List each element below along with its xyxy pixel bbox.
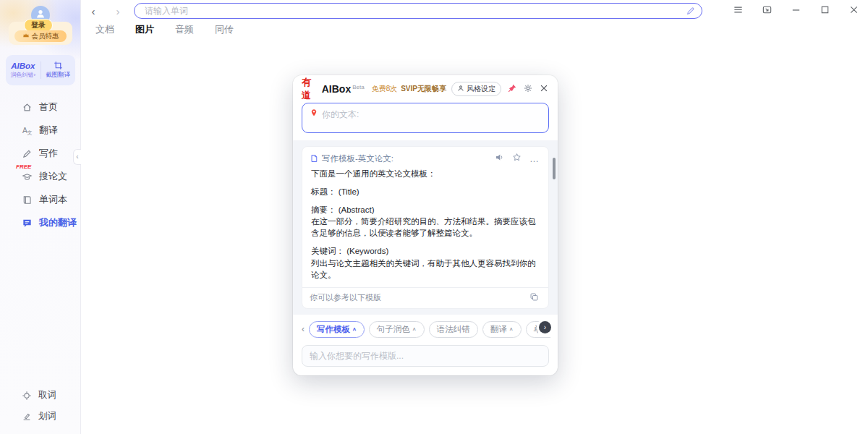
beta-badge: Beta	[352, 84, 364, 90]
chevron-up-icon: ∧	[412, 327, 417, 332]
app-menu-button[interactable]	[731, 3, 745, 19]
minimize-icon	[791, 4, 801, 17]
sidebar-item-label: 首页	[39, 101, 58, 114]
vip-offer-button[interactable]: 会员特惠	[14, 30, 67, 42]
chat-doc-icon	[22, 218, 33, 229]
tab-audio[interactable]: 音频	[175, 23, 194, 36]
result-tabs: 文档 图片 音频 同传	[81, 22, 234, 38]
sidebar-item-label: 翻译	[39, 124, 58, 137]
speaker-icon	[495, 153, 504, 164]
chip-label: 写作模板	[317, 324, 350, 335]
template-line	[311, 197, 540, 204]
mini-window-button[interactable]	[760, 3, 774, 19]
text-input-area[interactable]: 你的文本:	[302, 103, 549, 133]
sidebar-item-label: 写作	[39, 147, 58, 160]
sidebar-collapse-handle[interactable]: ‹	[73, 149, 81, 165]
template-card-title: 写作模板-英文论文:	[322, 153, 393, 164]
template-request-input[interactable]	[302, 345, 549, 367]
vip-label: 会员特惠	[32, 32, 59, 41]
favorite-button[interactable]	[510, 153, 524, 164]
speaker-button[interactable]	[493, 153, 506, 164]
sidebar-item-home[interactable]: 首页	[0, 95, 80, 119]
word-select-toggle[interactable]: 划词	[0, 406, 80, 427]
aibox-subtitle: 润色纠错›	[10, 71, 35, 79]
text-input-placeholder: 你的文本:	[322, 109, 359, 127]
dialog-bottom-input-wrap	[302, 345, 549, 367]
template-line: 列出与论文主题相关的关键词，有助于其他人更容易找到你的论文。	[311, 258, 540, 281]
chevron-left-icon: ‹	[76, 153, 78, 161]
chip-sentence-polish[interactable]: 句子润色 ∧	[369, 321, 425, 338]
chip-label: 语法纠错	[437, 324, 470, 335]
sidebar-item-wordbook[interactable]: 单词本	[0, 188, 80, 211]
chip-grammar-check[interactable]: 语法纠错	[429, 321, 478, 338]
settings-button[interactable]	[523, 83, 533, 95]
chip-translate[interactable]: 翻译 ∧	[482, 321, 522, 338]
template-line: 关键词： (Keywords)	[311, 245, 540, 257]
template-footer-hint: 你可以参考以下模版	[310, 292, 381, 303]
aibox-card: AIBox 润色纠错› 截图翻译	[6, 55, 75, 85]
tab-simultaneous[interactable]: 同传	[215, 23, 234, 36]
pin-button[interactable]	[507, 83, 517, 95]
sidebar-item-label: 单词本	[39, 193, 67, 206]
search-box	[134, 3, 702, 19]
sidebar-menu: 首页 A文 翻译 写作 FREE 搜论文	[0, 95, 80, 234]
crosshair-icon	[22, 391, 32, 401]
home-icon	[22, 102, 33, 113]
pen-icon	[22, 148, 33, 159]
copy-icon	[529, 292, 539, 304]
bottom-item-label: 取词	[38, 389, 56, 401]
chevron-up-icon: ∧	[509, 327, 514, 332]
chips-scroll-left-button[interactable]: ‹	[302, 324, 305, 334]
chips-scroll-right-button[interactable]: ›	[539, 321, 551, 333]
location-pin-icon	[310, 109, 318, 127]
maximize-icon	[820, 4, 830, 17]
close-icon	[848, 4, 859, 17]
sidebar-item-writing[interactable]: 写作	[0, 142, 80, 165]
topbar: ‹ ›	[81, 0, 868, 22]
template-text: 下面是一个通用的英文论文模板： 标题： (Title) 摘要： (Abstrac…	[302, 166, 548, 285]
sidebar-bottom: 取词 划词	[0, 385, 80, 427]
chip-label: 句子润色	[377, 324, 410, 335]
word-capture-toggle[interactable]: 取词	[0, 385, 80, 406]
chevron-up-icon: ∧	[352, 327, 357, 332]
dialog-close-button[interactable]	[539, 83, 549, 95]
template-line: 标题： (Title)	[311, 186, 540, 197]
sidebar-item-label: 我的翻译	[39, 216, 77, 229]
tab-image[interactable]: 图片	[135, 23, 154, 36]
close-icon	[539, 83, 549, 95]
screenshot-label: 截图翻译	[46, 71, 70, 80]
svg-text:文: 文	[27, 129, 33, 135]
sidebar-item-my-translations[interactable]: 我的翻译	[0, 211, 80, 234]
pushpin-icon	[507, 83, 517, 95]
crop-icon	[54, 61, 63, 70]
aibox-dialog: 有道 AIBox Beta 免费8次 SVIP无限畅享 风格设定	[293, 75, 558, 375]
copy-button[interactable]	[527, 292, 541, 304]
more-button[interactable]: …	[527, 153, 541, 164]
style-settings-button[interactable]: 风格设定	[451, 82, 501, 96]
function-chips-row: ‹ 写作模板 ∧ 句子润色 ∧ 语法纠错 翻译 ∧ 单词百科	[293, 315, 558, 338]
maximize-button[interactable]	[818, 3, 832, 19]
template-line: 摘要： (Abstract)	[311, 204, 540, 216]
chip-label: 翻译	[490, 324, 507, 335]
person-icon	[457, 85, 464, 93]
template-card-header: 写作模板-英文论文: …	[302, 147, 548, 166]
highlighter-icon	[22, 412, 32, 422]
close-window-button[interactable]	[847, 3, 861, 19]
dialog-scrollbar-thumb[interactable]	[553, 158, 556, 179]
template-card: 写作模板-英文论文: …	[302, 146, 549, 309]
minimize-button[interactable]	[789, 3, 803, 19]
svip-upsell[interactable]: SVIP无限畅享	[401, 84, 446, 94]
aibox-polish-button[interactable]: AIBox 润色纠错›	[6, 61, 41, 79]
nav-forward-button[interactable]: ›	[110, 3, 126, 19]
handwriting-icon[interactable]	[686, 6, 696, 16]
screenshot-translate-button[interactable]: 截图翻译	[41, 61, 76, 80]
hamburger-icon	[733, 4, 744, 17]
search-input[interactable]	[134, 3, 702, 19]
sidebar-item-papers[interactable]: FREE 搜论文	[0, 165, 80, 188]
nav-back-button[interactable]: ‹	[85, 3, 101, 19]
graduation-cap-icon	[22, 171, 33, 182]
tab-document[interactable]: 文档	[95, 23, 114, 36]
chip-writing-template[interactable]: 写作模板 ∧	[309, 321, 365, 338]
sidebar-item-translate[interactable]: A文 翻译	[0, 119, 80, 142]
gear-icon	[523, 83, 533, 95]
